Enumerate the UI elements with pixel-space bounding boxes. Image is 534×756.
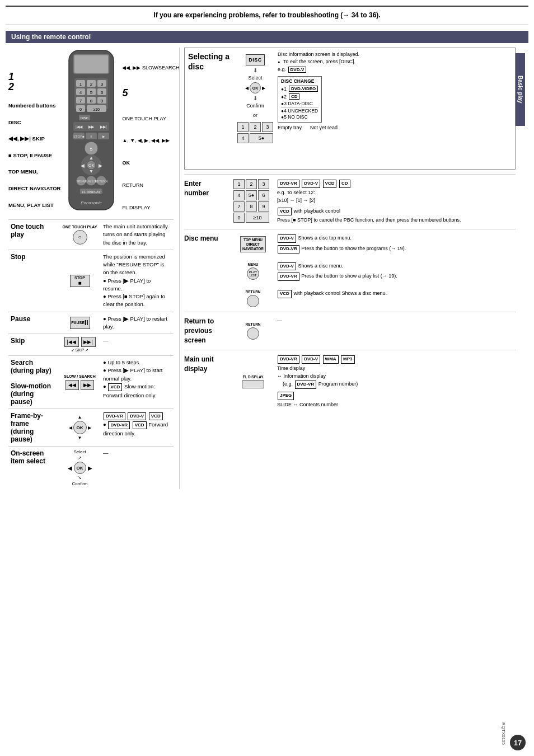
disc-or-label: or: [253, 112, 257, 118]
svg-text:▶▶: ▶▶: [88, 125, 95, 129]
label-return: RETURN: [122, 182, 179, 188]
one-touch-play-label: ONE TOUCH PLAY: [122, 116, 166, 121]
np-2: 2: [250, 122, 261, 132]
disc-opt-4: ●4 UNCHECKED: [281, 107, 318, 114]
top-menu-label: TOP MENU,: [8, 168, 38, 175]
fl-display-button: [242, 381, 264, 388]
en-desc-5: Press [■ STOP] to cancel the PBC functio…: [277, 216, 516, 224]
skip-label: ◀◀, ▶▶| SKIP: [8, 135, 45, 142]
svg-text:▶▶|: ▶▶|: [101, 125, 107, 129]
svg-text:3: 3: [101, 82, 104, 87]
feature-icon-one-touch: ONE TOUCH PLAY ○: [59, 220, 101, 250]
svg-text:6: 6: [101, 90, 104, 95]
feature-table-left: One touchplay ONE TOUCH PLAY ○ The main …: [8, 219, 174, 489]
en-desc-1: DVD-VR DVD-V VCD CD: [277, 179, 516, 189]
disc-menu-desc-3: DVD-V Shows a disc menu.: [277, 262, 516, 271]
feature-name-frame: Frame-by-frame(during pause): [8, 409, 59, 447]
menu-circle: PLAYLIST: [247, 267, 259, 280]
disc-empty-tray: Empty tray Not yet read: [278, 125, 512, 130]
disc-flow-arrow1: ⬇: [253, 67, 257, 73]
menu-play-list-icons: PLAYLIST: [247, 267, 259, 280]
section-title: Using the remote control: [6, 31, 528, 43]
slow-search-label: ◀◀, ▶▶ SLOW/SEARCH: [122, 65, 179, 71]
feature-icon-search: SLOW / SEARCH ◀◀ ▶▶: [59, 356, 101, 409]
number5-label: 5: [122, 87, 128, 98]
left-column: 1 2 Numbered buttons DISC ◀◀, ▶▶| SKIP ■…: [8, 48, 174, 489]
svg-text:≥10: ≥10: [93, 107, 100, 111]
disc-menu-desc-2: DVD-VR Press the button to show the prog…: [277, 245, 516, 254]
svg-rect-2: [74, 55, 108, 73]
selecting-disc-section: Selecting a disc DISC ⬇ Select ◀: [184, 48, 516, 170]
en-np-10: ≥10: [246, 213, 269, 223]
feature-row-skip: Skip |◀◀ ▶▶| ↙ SKIP ↗ —: [8, 334, 174, 356]
mud-line4: (e.g. DVD-VR Program number): [277, 380, 516, 389]
en-np-7: 7: [233, 201, 245, 212]
top-menu-icon-group: TOP MENUDIRECTNAVIGATOR: [240, 236, 266, 252]
main-unit-display-desc: DVD-VR DVD-V WMA MP3 Time display ↔ Info…: [277, 355, 516, 409]
svg-text:OK: OK: [88, 163, 94, 167]
return-icon-group: RETURN: [245, 290, 260, 307]
basic-play-bar: Basic play: [516, 53, 525, 126]
np-1: 1: [237, 122, 249, 132]
remote-right-labels: ◀◀, ▶▶ SLOW/SEARCH 5 ONE TOUCH PLAY ▲, ▼…: [122, 48, 179, 217]
disc-label: DISC: [8, 119, 21, 125]
feature-icon-stop: STOP ■: [59, 250, 101, 312]
fl-display-icon: FL DISPLAY: [233, 355, 273, 409]
mud-line3: ↔ Information display: [277, 372, 516, 380]
empty-tray-label: Empty tray: [278, 125, 302, 130]
svg-text:5: 5: [90, 147, 93, 152]
direct-navigator-label: DIRECT NAVIGATOR: [8, 185, 60, 191]
return-icon-label: RETURN: [245, 290, 260, 294]
notice-text: If you are experiencing problems, refer …: [153, 11, 380, 19]
svg-text:▲: ▲: [89, 155, 94, 161]
menu-play-list-label: MENU, PLAY LIST: [8, 202, 54, 208]
disc-info-column: Disc information screen is displayed. To…: [278, 51, 512, 166]
not-yet-read-label: Not yet read: [310, 125, 338, 130]
np-3: 3: [262, 122, 273, 132]
disc-select-arrows: ◀ OK ▶: [245, 82, 265, 93]
en-np-3: 3: [258, 179, 269, 189]
disc-opt-5: ●5 NO DISC: [281, 114, 318, 120]
disc-confirm-label: Confirm: [246, 103, 264, 109]
label-fl-display: FL DISPLAY: [122, 205, 179, 210]
svg-text:1: 1: [79, 82, 82, 87]
en-np-2: 2: [246, 179, 257, 189]
return-previous-title: Return topreviousscreen: [184, 317, 229, 345]
label-one-touch-play: ONE TOUCH PLAY: [122, 116, 179, 121]
en-np-5: 5●: [246, 190, 257, 200]
main-unit-display-section: Main unitdisplay FL DISPLAY DVD-VR DVD-V…: [184, 350, 516, 414]
fl-display-label: FL DISPLAY: [122, 205, 150, 210]
feature-desc-onscreen: —: [101, 447, 174, 490]
feature-desc-pause: ● Press [▶ PLAY] to restart play.: [101, 312, 174, 334]
feature-name-one-touch: One touchplay: [8, 220, 59, 250]
label-ok: OK: [122, 160, 179, 166]
disc-menu-descs: DVD-V Shows a disc top menu. DVD-VR Pres…: [277, 234, 516, 307]
disc-opt-2: ●2 CD: [281, 93, 318, 100]
svg-text:9: 9: [101, 98, 104, 104]
en-np-0: 0: [233, 213, 245, 223]
return-previous-section: Return topreviousscreen RETURN —: [184, 312, 516, 349]
np-4: 4: [237, 133, 249, 143]
disc-menu-title: Disc menu: [184, 234, 229, 243]
disc-menu-desc-5: VCD with playback control Shows a disc m…: [277, 289, 516, 299]
remote-area: 1 2 Numbered buttons DISC ◀◀, ▶▶| SKIP ■…: [8, 48, 174, 217]
right-col-main: Selecting a disc DISC ⬇ Select ◀: [184, 48, 516, 413]
feature-row-onscreen: On-screenitem select Select ↗ ◀ OK ▶: [8, 447, 174, 490]
svg-text:0: 0: [79, 107, 82, 111]
label-arrows-ok: ▲, ▼, ◀, ▶, ◀◀, ▶▶: [122, 138, 179, 143]
basic-play-sidebar: Basic play: [516, 48, 526, 413]
disc-select-label: Select: [248, 75, 262, 81]
en-np-6: 6: [258, 190, 269, 200]
disc-menu-desc-1: DVD-V Shows a disc top menu.: [277, 234, 516, 243]
label-direct-navigator: DIRECT NAVIGATOR: [8, 185, 60, 191]
disc-flow-column: DISC ⬇ Select ◀ OK ▶ ⬇ Confirm: [237, 51, 273, 166]
label-skip: ◀◀, ▶▶| SKIP: [8, 135, 60, 142]
feature-icon-skip: |◀◀ ▶▶| ↙ SKIP ↗: [59, 334, 101, 356]
feature-desc-one-touch: The main unit automatically turns on and…: [101, 220, 174, 250]
top-notice: If you are experiencing problems, refer …: [6, 6, 528, 25]
svg-text:8: 8: [90, 98, 93, 104]
return-circle: [247, 295, 259, 307]
disc-menu-desc-4: DVD-VR Press the button to show a play l…: [277, 272, 516, 281]
en-np-1: 1: [233, 179, 245, 189]
en-desc-4: VCD with playback control: [277, 207, 516, 217]
